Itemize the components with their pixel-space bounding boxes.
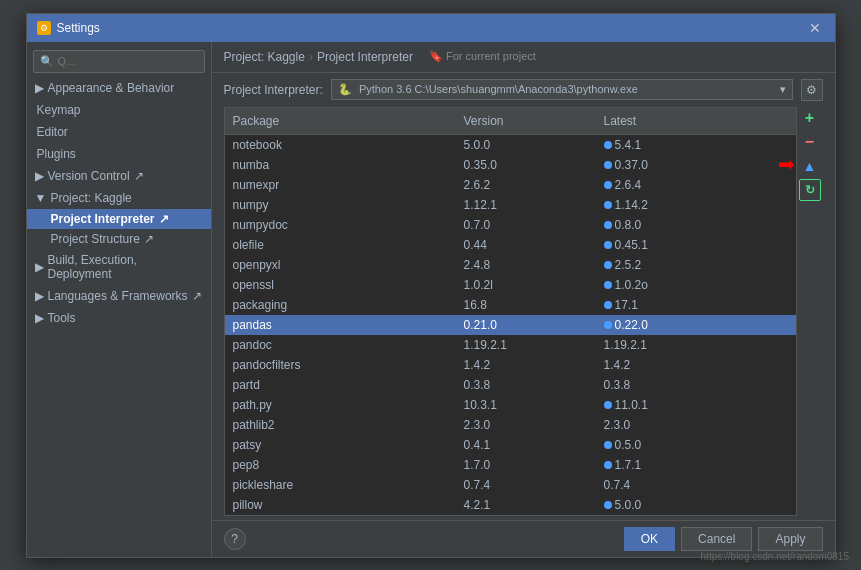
sidebar-label-vcs: Version Control [48, 169, 130, 183]
cell-latest: 0.45.1 [596, 237, 796, 253]
update-dot [604, 321, 612, 329]
cell-package: pickleshare [225, 477, 456, 493]
content-area: 🔍 ▶ Appearance & Behavior Keymap Editor … [27, 42, 835, 557]
interpreter-row: Project Interpreter: 🐍 Python 3.6 C:\Use… [212, 73, 835, 107]
languages-nav-icon: ↗ [192, 289, 202, 303]
search-icon: 🔍 [40, 55, 54, 68]
help-button[interactable]: ? [224, 528, 246, 550]
cell-package: path.py [225, 397, 456, 413]
table-row[interactable]: pandas 0.21.0 0.22.0 [225, 315, 796, 335]
cell-version: 2.6.2 [456, 177, 596, 193]
python-icon: 🐍 [338, 83, 352, 95]
sidebar-item-structure[interactable]: Project Structure ↗ [27, 229, 211, 249]
sidebar-item-interpreter[interactable]: Project Interpreter ↗ [27, 209, 211, 229]
cell-latest: 0.8.0 [596, 217, 796, 233]
cell-latest: 1.19.2.1 [596, 337, 796, 353]
table-row[interactable]: openpyxl 2.4.8 2.5.2 [225, 255, 796, 275]
table-row[interactable]: partd 0.3.8 0.3.8 [225, 375, 796, 395]
table-body: nltk 3.2.4 3.2.5 nose 1.3.7 1.3.7 notebo… [225, 135, 796, 515]
cell-latest: 2.5.2 [596, 257, 796, 273]
table-row[interactable]: pandocfilters 1.4.2 1.4.2 [225, 355, 796, 375]
table-row[interactable]: pandoc 1.19.2.1 1.19.2.1 [225, 335, 796, 355]
expand-arrow-vcs: ▶ [35, 169, 44, 183]
interpreter-select[interactable]: 🐍 Python 3.6 C:\Users\shuangmm\Anaconda3… [331, 79, 793, 100]
breadcrumb-part1: Project: Kaggle [224, 50, 305, 64]
cell-version: 5.0.0 [456, 137, 596, 153]
expand-arrow: ▶ [35, 81, 44, 95]
table-row[interactable]: olefile 0.44 0.45.1 [225, 235, 796, 255]
table-row[interactable]: patsy 0.4.1 0.5.0 [225, 435, 796, 455]
side-buttons: + − ▲ ↻ [797, 107, 823, 516]
sidebar-item-plugins[interactable]: Plugins [27, 143, 211, 165]
cell-version: 2.3.0 [456, 417, 596, 433]
expand-arrow-project: ▼ [35, 191, 47, 205]
search-input[interactable] [58, 55, 198, 67]
search-box[interactable]: 🔍 [33, 50, 205, 73]
interpreter-nav-icon: ↗ [159, 212, 169, 226]
sidebar-item-appearance[interactable]: ▶ Appearance & Behavior [27, 77, 211, 99]
sidebar-item-vcs[interactable]: ▶ Version Control ↗ [27, 165, 211, 187]
cell-package: numexpr [225, 177, 456, 193]
table-row[interactable]: notebook 5.0.0 5.4.1 [225, 135, 796, 155]
gear-button[interactable]: ⚙ [801, 79, 823, 101]
cell-version: 1.19.2.1 [456, 337, 596, 353]
sidebar-item-keymap[interactable]: Keymap [27, 99, 211, 121]
cell-latest: 5.4.1 [596, 137, 796, 153]
cancel-button[interactable]: Cancel [681, 527, 752, 551]
sidebar-item-languages[interactable]: ▶ Languages & Frameworks ↗ [27, 285, 211, 307]
cell-version: 10.3.1 [456, 397, 596, 413]
up-button[interactable]: ▲ [799, 155, 821, 177]
ok-button[interactable]: OK [624, 527, 675, 551]
table-row[interactable]: pep8 1.7.0 1.7.1 [225, 455, 796, 475]
sidebar-label-tools: Tools [48, 311, 76, 325]
table-row[interactable]: pathlib2 2.3.0 2.3.0 [225, 415, 796, 435]
breadcrumb: Project: Kaggle › Project Interpreter 🔖 … [212, 42, 835, 73]
sidebar-item-project[interactable]: ▼ Project: Kaggle [27, 187, 211, 209]
update-dot [604, 461, 612, 469]
update-dot [604, 301, 612, 309]
update-dot [604, 161, 612, 169]
table-row[interactable]: packaging 16.8 17.1 [225, 295, 796, 315]
cell-version: 16.8 [456, 297, 596, 313]
header-package: Package [225, 112, 456, 130]
table-row[interactable]: pillow 4.2.1 5.0.0 [225, 495, 796, 515]
interpreter-label: Project Interpreter: [224, 83, 323, 97]
table-row[interactable]: numexpr 2.6.2 2.6.4 [225, 175, 796, 195]
cell-package: pandoc [225, 337, 456, 353]
table-row[interactable]: path.py 10.3.1 11.0.1 [225, 395, 796, 415]
sidebar-item-build[interactable]: ▶ Build, Execution, Deployment [27, 249, 211, 285]
cell-latest: 17.1 [596, 297, 796, 313]
update-dot [604, 141, 612, 149]
cell-latest: 2.3.0 [596, 417, 796, 433]
cell-package: olefile [225, 237, 456, 253]
sidebar-item-tools[interactable]: ▶ Tools [27, 307, 211, 329]
vcs-icon: ↗ [134, 169, 144, 183]
update-dot [604, 401, 612, 409]
table-row[interactable]: numpydoc 0.7.0 0.8.0 [225, 215, 796, 235]
footer-buttons: OK Cancel Apply [624, 527, 823, 551]
header-version: Version [456, 112, 596, 130]
update-dot [604, 441, 612, 449]
table-row[interactable]: openssl 1.0.2l 1.0.2o [225, 275, 796, 295]
refresh-button[interactable]: ↻ [799, 179, 821, 201]
apply-button[interactable]: Apply [758, 527, 822, 551]
header-latest: Latest [596, 112, 796, 130]
table-row[interactable]: numpy 1.12.1 1.14.2 [225, 195, 796, 215]
cell-version: 0.21.0 [456, 317, 596, 333]
table-row[interactable]: pickleshare 0.7.4 0.7.4 [225, 475, 796, 495]
sidebar-item-editor[interactable]: Editor [27, 121, 211, 143]
cell-package: notebook [225, 137, 456, 153]
table-row[interactable]: numba 0.35.0 0.37.0 [225, 155, 796, 175]
close-button[interactable]: ✕ [805, 18, 825, 38]
add-package-button[interactable]: + [799, 107, 821, 129]
cell-latest: 11.0.1 [596, 397, 796, 413]
table-header: Package Version Latest [225, 108, 796, 135]
cell-latest: 1.7.1 [596, 457, 796, 473]
sidebar-label-appearance: Appearance & Behavior [48, 81, 175, 95]
expand-arrow-tools: ▶ [35, 311, 44, 325]
cell-latest: 2.6.4 [596, 177, 796, 193]
cell-version: 0.35.0 [456, 157, 596, 173]
cell-package: numpydoc [225, 217, 456, 233]
remove-package-button[interactable]: − [799, 131, 821, 153]
cell-package: packaging [225, 297, 456, 313]
